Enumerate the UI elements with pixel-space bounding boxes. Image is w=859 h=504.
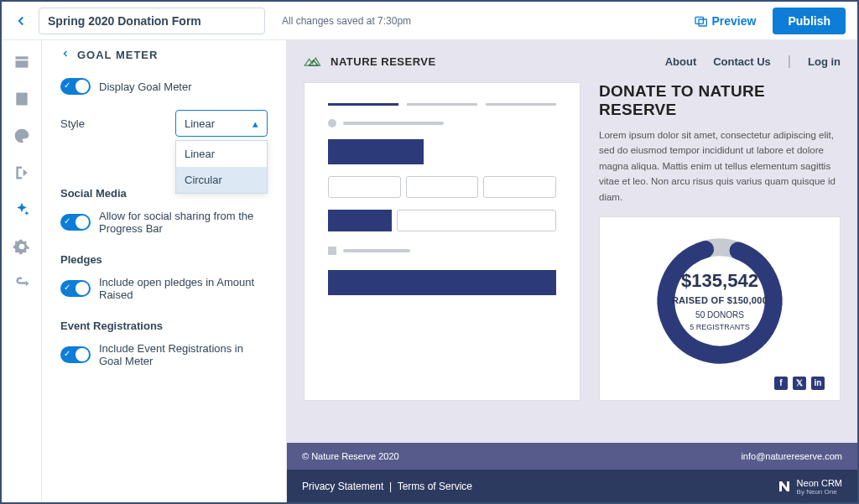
publish-button[interactable]: Publish: [773, 8, 846, 34]
site-brand: NATURE RESERVE: [331, 55, 436, 68]
form-heading-placeholder: [328, 119, 556, 127]
site-nav: NATURE RESERVE About Contact Us | Log in: [304, 54, 841, 69]
meter-registrants: 5 REGISTRANTS: [690, 323, 750, 331]
step-3[interactable]: [486, 103, 556, 106]
vendor-sub: By Neon One: [797, 488, 842, 496]
site-footers: © Nature Reserve 2020 info@naturereserve…: [287, 443, 857, 504]
nav-about[interactable]: About: [665, 55, 697, 68]
preview-label: Preview: [712, 14, 757, 28]
meter-donors: 50 DONORS: [695, 310, 744, 320]
input-placeholder[interactable]: [397, 210, 556, 231]
tos-link[interactable]: Terms of Service: [398, 481, 472, 492]
form-steps: [328, 103, 556, 106]
redo-icon[interactable]: [13, 275, 30, 292]
meter-goal: RAISED OF $150,000: [672, 295, 768, 305]
back-button[interactable]: [13, 13, 29, 29]
footer-copyright: © Nature Reserve 2020: [302, 451, 399, 461]
form-preview-card: [304, 82, 580, 401]
panel-back-button[interactable]: [60, 49, 70, 61]
svg-rect-1: [699, 19, 706, 26]
layout-icon[interactable]: [13, 54, 30, 70]
meter-amount: $135,542: [681, 270, 758, 292]
caret-up-icon: ▴: [252, 117, 258, 130]
event-toggle[interactable]: [60, 346, 91, 363]
gear-icon[interactable]: [13, 238, 30, 255]
settings-panel: GOAL METER Display Goal Meter Style Line…: [42, 40, 287, 504]
facebook-icon[interactable]: f: [774, 377, 788, 390]
neon-logo-icon: [777, 479, 792, 494]
pledges-heading: Pledges: [60, 253, 268, 266]
svg-rect-2: [15, 56, 28, 59]
style-dropdown: Linear Circular: [175, 140, 268, 194]
nav-login[interactable]: Log in: [808, 55, 841, 68]
display-goal-meter-label: Display Goal Meter: [99, 81, 192, 93]
style-select[interactable]: Linear ▴ Linear Circular: [175, 110, 268, 137]
sparkle-icon[interactable]: [13, 201, 30, 218]
button-placeholder[interactable]: [328, 210, 392, 231]
save-status: All changes saved at 7:30pm: [282, 15, 411, 27]
style-selected-value: Linear: [185, 117, 215, 130]
event-heading: Event Registrations: [60, 320, 268, 332]
style-label: Style: [60, 117, 85, 130]
pledges-toggle[interactable]: [60, 280, 91, 297]
step-1[interactable]: [328, 103, 398, 106]
social-sharing-toggle[interactable]: [60, 214, 91, 231]
site-logo[interactable]: NATURE RESERVE: [304, 54, 436, 69]
vendor-brand[interactable]: Neon CRM By Neon One: [777, 478, 842, 496]
event-label: Include Event Registrations in Goal Mete…: [99, 342, 268, 367]
top-bar: All changes saved at 7:30pm Preview Publ…: [2, 2, 857, 40]
privacy-link[interactable]: Privacy Statement: [302, 481, 383, 492]
social-icons: f 𝕏 in: [608, 377, 831, 390]
checkbox-placeholder[interactable]: [328, 247, 336, 255]
input-placeholder[interactable]: [483, 176, 556, 198]
pledges-label: Include open pledges in Amount Raised: [99, 276, 268, 301]
nav-contact[interactable]: Contact Us: [713, 55, 771, 68]
svg-rect-4: [16, 93, 27, 106]
twitter-icon[interactable]: 𝕏: [793, 377, 806, 390]
panel-title: GOAL METER: [77, 49, 158, 61]
social-sharing-label: Allow for social sharing from the Progre…: [99, 210, 268, 235]
preview-button[interactable]: Preview: [694, 14, 757, 28]
form-field-placeholder: [328, 139, 424, 164]
submit-button-placeholder[interactable]: [328, 270, 556, 295]
tool-rail: [2, 40, 42, 504]
form-title-input[interactable]: [39, 8, 265, 34]
donate-description: Lorem ipsum dolor sit amet, consectetur …: [599, 127, 841, 205]
donate-title: DONATE TO NATURE RESERVE: [599, 82, 841, 119]
form-inputs-row: [328, 176, 556, 198]
footer-email[interactable]: info@naturereserve.com: [741, 451, 842, 461]
nav-divider: |: [788, 54, 791, 69]
display-goal-meter-toggle[interactable]: [60, 78, 91, 95]
input-placeholder[interactable]: [328, 176, 401, 198]
linkedin-icon[interactable]: in: [811, 377, 825, 390]
preview-canvas: NATURE RESERVE About Contact Us | Log in: [287, 40, 857, 504]
vendor-name: Neon CRM: [797, 478, 842, 488]
checkbox-row: [328, 247, 556, 255]
form-split-row: [328, 210, 556, 231]
style-option-circular[interactable]: Circular: [176, 167, 267, 193]
goal-meter-card: $135,542 RAISED OF $150,000 50 DONORS 5 …: [599, 216, 841, 401]
step-2[interactable]: [407, 103, 477, 106]
svg-rect-3: [15, 60, 28, 67]
palette-icon[interactable]: [13, 127, 30, 144]
exit-icon[interactable]: [13, 164, 30, 181]
form-icon[interactable]: [13, 91, 30, 107]
input-placeholder[interactable]: [406, 176, 479, 198]
style-option-linear[interactable]: Linear: [176, 141, 267, 167]
